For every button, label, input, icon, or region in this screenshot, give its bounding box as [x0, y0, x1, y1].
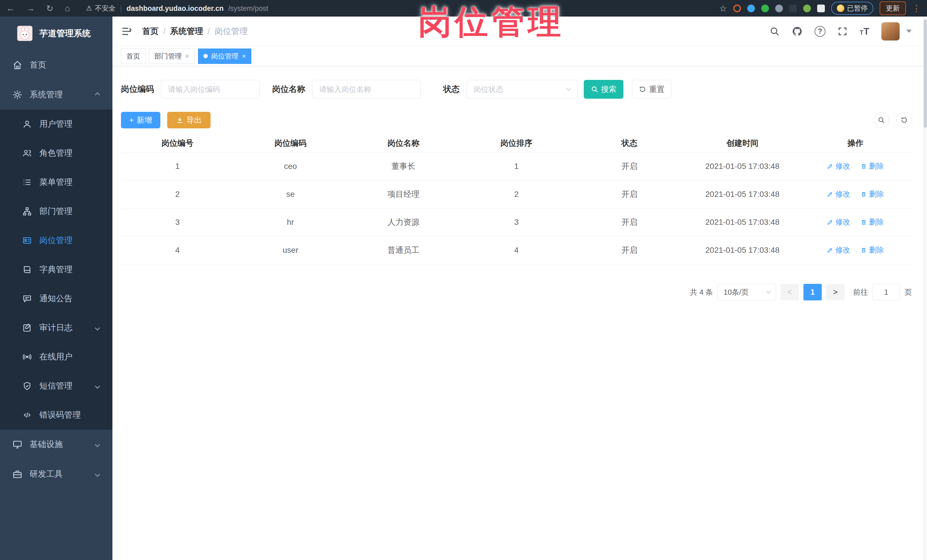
col-post-sort: 岗位排序	[460, 134, 573, 152]
page-size-select[interactable]: 10条/页	[717, 284, 776, 300]
refresh-button[interactable]	[897, 112, 912, 128]
tab-label: 岗位管理	[211, 52, 239, 61]
sidebar-item-audit-log[interactable]: 审计日志	[0, 313, 112, 342]
breadcrumb-separator: /	[208, 27, 210, 36]
sidebar-item-home[interactable]: 首页	[0, 50, 112, 80]
delete-link[interactable]: 删除	[860, 217, 884, 227]
prev-page-button[interactable]: <	[781, 284, 799, 300]
add-button[interactable]: +新增	[121, 112, 160, 128]
sidebar-item-label: 研发工具	[30, 469, 63, 480]
fullscreen-icon[interactable]	[837, 26, 848, 36]
tab-close-icon[interactable]: ×	[242, 52, 246, 60]
chevron-down-icon	[95, 383, 100, 389]
caret-down-icon[interactable]	[906, 30, 912, 33]
sidebar-item-menus[interactable]: 菜单管理	[0, 168, 112, 197]
search-icon[interactable]	[769, 26, 780, 36]
post-code-input[interactable]	[161, 80, 260, 99]
tab-dept[interactable]: 部门管理 ×	[149, 49, 195, 64]
post-name-input[interactable]	[312, 80, 421, 99]
paused-badge[interactable]: 已暂停	[831, 2, 873, 15]
user-icon	[21, 120, 33, 129]
page-scrollbar[interactable]	[923, 17, 927, 560]
extension-icon[interactable]	[775, 5, 783, 12]
back-icon[interactable]: ←	[6, 3, 15, 13]
sidebar-item-posts[interactable]: 岗位管理	[0, 226, 112, 255]
home-icon[interactable]: ⌂	[65, 3, 70, 13]
signal-icon	[21, 352, 33, 361]
extension-icon[interactable]	[789, 5, 797, 12]
sidebar-item-online-users[interactable]: 在线用户	[0, 342, 112, 372]
chevron-down-icon	[566, 86, 571, 91]
extension-icon[interactable]	[761, 5, 769, 12]
status-select-placeholder: 岗位状态	[474, 85, 503, 94]
search-button[interactable]: 搜索	[584, 80, 623, 99]
delete-link[interactable]: 删除	[860, 245, 884, 255]
user-avatar[interactable]	[881, 22, 900, 41]
sidebar-item-roles[interactable]: 角色管理	[0, 139, 112, 168]
sidebar-item-label: 审计日志	[40, 322, 73, 334]
system-submenu: 用户管理 角色管理 菜单管理 部门管理	[0, 109, 112, 429]
edit-link[interactable]: 修改	[827, 161, 850, 171]
emoji-icon	[837, 5, 844, 12]
reset-button[interactable]: 重置	[632, 80, 671, 99]
sidebar-item-error-codes[interactable]: 错误码管理	[0, 401, 112, 429]
edit-link[interactable]: 修改	[827, 217, 850, 227]
sidebar-item-notice[interactable]: 通知公告	[0, 284, 112, 313]
sidebar-item-depts[interactable]: 部门管理	[0, 197, 112, 226]
post-name-label: 岗位名称	[272, 83, 305, 95]
not-secure-label: 不安全	[95, 4, 115, 13]
page-suffix-label: 页	[904, 287, 912, 297]
sidebar-item-infrastructure[interactable]: 基础设施	[0, 429, 112, 459]
forward-icon[interactable]: →	[26, 3, 35, 13]
bookmark-star-icon[interactable]: ☆	[719, 3, 727, 14]
extension-icon[interactable]	[803, 5, 811, 12]
sidebar-item-system[interactable]: 系统管理	[0, 80, 112, 109]
delete-link[interactable]: 删除	[860, 161, 884, 171]
sidebar-item-label: 错误码管理	[40, 409, 81, 421]
main-area: 首页 / 系统管理 / 岗位管理 ? TT	[112, 17, 923, 560]
page-1-button[interactable]: 1	[804, 284, 822, 300]
sidebar-item-label: 首页	[30, 59, 46, 71]
delete-link[interactable]: 删除	[860, 189, 884, 199]
font-size-icon[interactable]: TT	[860, 26, 869, 37]
sidebar-item-label: 基础设施	[30, 439, 63, 450]
sidebar-item-label: 角色管理	[40, 147, 73, 159]
tab-label: 部门管理	[154, 52, 182, 61]
goto-page-input[interactable]	[872, 284, 900, 300]
tab-home[interactable]: 首页	[121, 49, 146, 64]
sidebar-item-label: 字典管理	[40, 264, 73, 275]
edit-link[interactable]: 修改	[827, 189, 850, 199]
breadcrumb-system[interactable]: 系统管理	[170, 26, 203, 37]
tab-post[interactable]: 岗位管理 ×	[198, 49, 251, 64]
github-icon[interactable]	[792, 26, 802, 37]
edit-link[interactable]: 修改	[827, 245, 850, 255]
extension-puzzle-icon[interactable]	[817, 5, 825, 12]
breadcrumb-separator: /	[163, 27, 166, 36]
sidebar-item-dict[interactable]: 字典管理	[0, 255, 112, 284]
next-page-button[interactable]: >	[826, 284, 845, 300]
status-select[interactable]: 岗位状态	[467, 80, 577, 99]
chevron-up-icon	[95, 92, 100, 97]
sidebar-item-label: 部门管理	[40, 206, 73, 217]
extension-icon[interactable]	[747, 5, 755, 12]
active-dot-icon	[204, 54, 208, 58]
sidebar-item-users[interactable]: 用户管理	[0, 109, 112, 139]
org-tree-icon	[21, 207, 33, 216]
col-post-code: 岗位编码	[234, 134, 347, 152]
sidebar-item-sms[interactable]: 短信管理	[0, 372, 112, 401]
export-button[interactable]: 导出	[167, 112, 211, 128]
tab-close-icon[interactable]: ×	[185, 52, 189, 60]
breadcrumb-home[interactable]: 首页	[142, 26, 159, 37]
extension-icon[interactable]	[733, 5, 741, 12]
col-operations: 操作	[799, 134, 912, 152]
browser-menu-icon[interactable]: ⋮	[912, 3, 921, 14]
scrollbar-thumb[interactable]	[924, 20, 927, 128]
reload-icon[interactable]: ↻	[46, 3, 53, 14]
help-icon[interactable]: ?	[815, 26, 825, 37]
sidebar-item-devtools[interactable]: 研发工具	[0, 459, 112, 489]
address-bar[interactable]: ⚠ 不安全 | dashboard.yudao.iocoder.cn/syste…	[86, 4, 268, 13]
hamburger-icon[interactable]	[121, 26, 132, 37]
url-separator: |	[120, 4, 122, 13]
browser-update-button[interactable]: 更新	[880, 2, 906, 15]
toggle-search-button[interactable]	[874, 112, 889, 128]
